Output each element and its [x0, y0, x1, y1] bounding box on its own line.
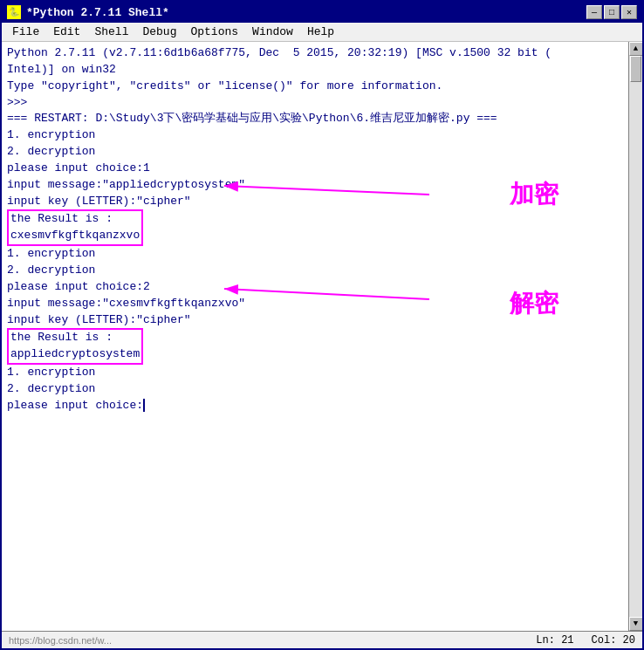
menu-edit[interactable]: Edit	[46, 24, 87, 40]
shell-line-18-19: the Result is :appliedcryptosystem	[7, 328, 623, 365]
shell-line-2: Intel)] on win32	[7, 62, 623, 79]
close-button[interactable]: ✕	[621, 5, 637, 19]
shell-line-15: please input choice:2	[7, 279, 623, 296]
shell-line-1: Python 2.7.11 (v2.7.11:6d1b6a68f775, Dec…	[7, 45, 623, 62]
shell-line-14: 2. decryption	[7, 263, 623, 279]
scroll-thumb[interactable]	[630, 56, 641, 82]
shell-line-11-12: the Result is :cxesmvfkgftkqanzxvo	[7, 209, 623, 246]
text-area[interactable]: Python 2.7.11 (v2.7.11:6d1b6a68f775, Dec…	[2, 42, 628, 631]
menu-window[interactable]: Window	[245, 24, 300, 40]
shell-line-8: please input choice:1	[7, 161, 623, 177]
shell-content[interactable]: Python 2.7.11 (v2.7.11:6d1b6a68f775, Dec…	[2, 42, 642, 631]
window-controls: — □ ✕	[586, 5, 637, 19]
scroll-down-button[interactable]: ▼	[629, 617, 643, 631]
title-bar: 🐍 *Python 2.7.11 Shell* — □ ✕	[2, 2, 642, 23]
shell-line-22: please input choice:​	[7, 398, 623, 414]
minimize-button[interactable]: —	[586, 5, 602, 19]
shell-line-3: Type "copyright", "credits" or "license(…	[7, 79, 623, 95]
title-bar-left: 🐍 *Python 2.7.11 Shell*	[7, 5, 169, 19]
scroll-track[interactable]	[629, 56, 642, 617]
menu-file[interactable]: File	[5, 24, 46, 40]
window-icon: 🐍	[7, 5, 21, 19]
scroll-up-button[interactable]: ▲	[629, 42, 643, 56]
shell-line-13: 1. encryption	[7, 246, 623, 263]
shell-line-5: === RESTART: D:\Study\3下\密码学基础与应用\实验\Pyt…	[7, 111, 623, 127]
shell-line-10: input key (LETTER):"cipher"	[7, 194, 623, 210]
window-title: *Python 2.7.11 Shell*	[26, 6, 169, 19]
status-col: Col: 20	[592, 634, 635, 647]
status-line: Ln: 21	[536, 634, 573, 647]
encrypt-result-box: the Result is :cxesmvfkgftkqanzxvo	[7, 209, 143, 246]
scrollbar-vertical[interactable]: ▲ ▼	[628, 42, 642, 631]
status-watermark: https://blog.csdn.net/w...	[9, 635, 518, 646]
shell-line-7: 2. decryption	[7, 144, 623, 161]
shell-line-20: 1. encryption	[7, 365, 623, 381]
menu-options[interactable]: Options	[183, 24, 245, 40]
shell-line-9: input message:"appliedcryptosystem"	[7, 177, 623, 194]
status-bar: https://blog.csdn.net/w... Ln: 21 Col: 2…	[2, 631, 642, 648]
menu-shell[interactable]: Shell	[87, 24, 135, 40]
menu-debug[interactable]: Debug	[135, 24, 183, 40]
menu-help[interactable]: Help	[300, 24, 341, 40]
shell-line-16: input message:"cxesmvfkgftkqanzxvo"	[7, 296, 623, 312]
main-window: 🐍 *Python 2.7.11 Shell* — □ ✕ File Edit …	[0, 0, 644, 650]
shell-line-4: >>>	[7, 95, 623, 112]
shell-line-6: 1. encryption	[7, 127, 623, 144]
decrypt-result-box: the Result is :appliedcryptosystem	[7, 328, 143, 365]
shell-line-21: 2. decryption	[7, 381, 623, 398]
maximize-button[interactable]: □	[604, 5, 620, 19]
shell-line-17: input key (LETTER):"cipher"	[7, 312, 623, 329]
menu-bar: File Edit Shell Debug Options Window Hel…	[2, 23, 642, 42]
